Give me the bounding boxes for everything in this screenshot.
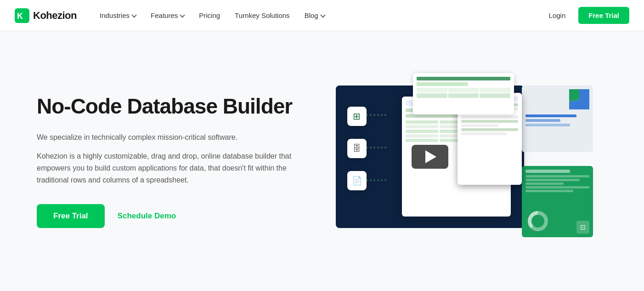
visual-container: ⊞ 🗄 📄 bbox=[336, 86, 593, 237]
hero-visual: ⊞ 🗄 📄 bbox=[322, 86, 607, 237]
grid-cell-1 bbox=[417, 88, 447, 92]
svg-text:K: K bbox=[17, 11, 23, 21]
nav-right: Login Free Trial bbox=[543, 7, 629, 24]
nav-blog-label: Blog bbox=[305, 11, 318, 19]
overlay-row-5 bbox=[461, 120, 518, 123]
nav-pricing-label: Pricing bbox=[199, 11, 220, 19]
features-chevron-icon bbox=[180, 12, 185, 17]
dots-line-1 bbox=[366, 114, 400, 116]
logo-text: Kohezion bbox=[33, 10, 77, 22]
nav-features[interactable]: Features bbox=[144, 8, 191, 23]
nav-links: Industries Features Pricing Turnkey Solu… bbox=[93, 8, 543, 23]
br-icon: ⊡ bbox=[576, 221, 589, 234]
login-link[interactable]: Login bbox=[543, 8, 571, 23]
grid-cell-2 bbox=[448, 88, 479, 92]
bottom-right-panel: ⊡ bbox=[522, 166, 593, 237]
br-row-1 bbox=[525, 175, 589, 177]
top-overlay-grid bbox=[417, 88, 510, 98]
overlay-row-6 bbox=[461, 124, 498, 127]
nav-pricing[interactable]: Pricing bbox=[192, 8, 226, 23]
document-icon-box: 📄 bbox=[347, 171, 367, 190]
database-icon-box: 🗄 bbox=[347, 139, 367, 158]
grid-cell-3 bbox=[480, 88, 510, 92]
nav-turnkey-label: Turnkey Solutions bbox=[235, 11, 290, 19]
bottom-right-content: ⊡ bbox=[522, 166, 593, 237]
top-overlay-panel bbox=[413, 73, 514, 114]
top-right-content bbox=[522, 86, 593, 152]
top-right-panel bbox=[522, 86, 593, 152]
schedule-demo-button[interactable]: Schedule Demo bbox=[118, 211, 176, 221]
br-row-4 bbox=[525, 186, 589, 188]
pie-chart bbox=[569, 89, 589, 109]
play-triangle-icon bbox=[425, 150, 436, 163]
top-overlay-bar-1 bbox=[417, 77, 510, 80]
br-title-bar bbox=[525, 170, 570, 173]
top-overlay-bar-2 bbox=[417, 82, 468, 86]
document-icon: 📄 bbox=[352, 176, 362, 186]
hero-description: Kohezion is a highly customizable, drag … bbox=[37, 150, 294, 186]
overlay-row-4 bbox=[461, 116, 518, 119]
overlay-row-7 bbox=[461, 128, 518, 131]
hero-content: No-Code Database Builder We specialize i… bbox=[37, 94, 294, 228]
hero-section: No-Code Database Builder We specialize i… bbox=[0, 31, 644, 291]
hero-actions: Free Trial Schedule Demo bbox=[37, 204, 294, 228]
nav-blog[interactable]: Blog bbox=[298, 8, 331, 23]
grid-cell-6 bbox=[480, 93, 510, 98]
free-trial-hero-button[interactable]: Free Trial bbox=[37, 204, 105, 228]
excel-icon: ⊞ bbox=[353, 111, 361, 122]
br-row-2 bbox=[525, 179, 580, 181]
br-row-5 bbox=[525, 190, 573, 192]
grid-cell-5 bbox=[448, 93, 479, 98]
hero-title: No-Code Database Builder bbox=[37, 94, 294, 119]
nav-industries-label: Industries bbox=[100, 11, 130, 19]
grid-cell-4 bbox=[417, 93, 447, 98]
logo-link[interactable]: K Kohezion bbox=[15, 8, 77, 23]
br-row-3 bbox=[525, 183, 564, 185]
free-trial-nav-button[interactable]: Free Trial bbox=[578, 7, 629, 24]
navigation: K Kohezion Industries Features Pricing T… bbox=[0, 0, 644, 31]
nav-features-label: Features bbox=[151, 11, 178, 19]
flow-icons: ⊞ 🗄 📄 bbox=[347, 107, 367, 190]
nav-industries[interactable]: Industries bbox=[93, 8, 142, 23]
nav-turnkey[interactable]: Turnkey Solutions bbox=[228, 8, 296, 23]
logo-icon: K bbox=[15, 8, 29, 23]
dots-line-2 bbox=[366, 147, 400, 148]
excel-icon-box: ⊞ bbox=[347, 107, 367, 126]
blog-chevron-icon bbox=[320, 12, 325, 17]
database-icon: 🗄 bbox=[353, 144, 361, 154]
dots-line-3 bbox=[366, 179, 400, 181]
overlay-row-8 bbox=[461, 132, 507, 135]
hero-subtitle: We specialize in technically complex mis… bbox=[37, 131, 285, 143]
br-donut-chart bbox=[526, 210, 549, 233]
video-play-button[interactable] bbox=[412, 145, 448, 169]
industries-chevron-icon bbox=[131, 12, 136, 17]
